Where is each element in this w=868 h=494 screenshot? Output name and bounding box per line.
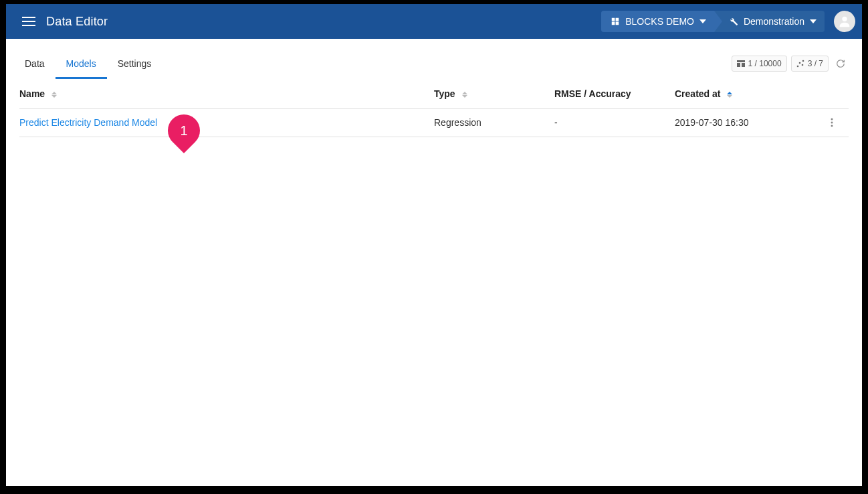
hamburger-icon <box>22 17 35 26</box>
model-type-cell: Regression <box>434 108 554 137</box>
tab-models-label: Models <box>66 58 96 69</box>
tab-data[interactable]: Data <box>19 48 56 79</box>
caret-down-icon <box>810 19 817 23</box>
refresh-button[interactable] <box>833 56 849 72</box>
breadcrumb-org[interactable]: BLOCKS DEMO <box>601 11 714 32</box>
app-window: Data Editor BLOCKS DEMO Demonstration Da… <box>6 4 862 486</box>
svg-point-1 <box>796 66 798 68</box>
wrench-icon <box>729 17 738 26</box>
models-table: Name Type RMSE / Accuracy Created at <box>19 79 849 137</box>
breadcrumb-org-label: BLOCKS DEMO <box>625 16 694 27</box>
model-created-cell: 2019-07-30 16:30 <box>675 108 822 137</box>
col-header-created[interactable]: Created at <box>675 79 822 108</box>
user-icon <box>837 14 852 29</box>
col-header-rmse: RMSE / Accuracy <box>554 79 675 108</box>
status-chips: 1 / 10000 3 / 7 <box>732 48 849 79</box>
svg-point-2 <box>798 62 800 64</box>
annotation-number: 1 <box>180 123 187 139</box>
breadcrumb: BLOCKS DEMO Demonstration <box>601 11 825 32</box>
col-header-created-label: Created at <box>675 88 720 99</box>
table-icon <box>737 60 745 67</box>
sort-icon <box>51 92 57 98</box>
rows-chip-label: 1 / 10000 <box>748 59 782 68</box>
tab-settings[interactable]: Settings <box>107 48 162 79</box>
models-chip-label: 3 / 7 <box>808 59 823 68</box>
org-icon <box>611 17 620 26</box>
rows-chip[interactable]: 1 / 10000 <box>732 56 787 72</box>
tab-data-label: Data <box>25 58 45 69</box>
caret-down-icon <box>699 19 706 23</box>
row-menu-button[interactable] <box>822 112 842 133</box>
col-header-type[interactable]: Type <box>434 79 554 108</box>
svg-point-0 <box>842 17 847 21</box>
col-header-name-label: Name <box>19 88 45 99</box>
models-chip[interactable]: 3 / 7 <box>791 56 829 72</box>
col-header-type-label: Type <box>434 88 455 99</box>
tab-bar: Data Models Settings 1 / 10000 3 / 7 <box>6 39 862 79</box>
table-header-row: Name Type RMSE / Accuracy Created at <box>19 79 849 108</box>
app-title: Data Editor <box>46 15 108 29</box>
svg-point-5 <box>831 118 833 120</box>
col-header-name[interactable]: Name <box>19 79 434 108</box>
app-header: Data Editor BLOCKS DEMO Demonstration <box>6 4 862 39</box>
tab-models[interactable]: Models <box>56 48 107 79</box>
svg-point-4 <box>802 60 804 62</box>
model-rmse-cell: - <box>554 108 675 137</box>
models-table-wrap: Name Type RMSE / Accuracy Created at <box>6 79 862 137</box>
tab-settings-label: Settings <box>118 58 152 69</box>
model-name-link[interactable]: Predict Electricity Demand Model <box>19 117 157 128</box>
table-row: Predict Electricity Demand Model Regress… <box>19 108 849 137</box>
breadcrumb-project[interactable]: Demonstration <box>714 11 825 32</box>
svg-point-3 <box>801 64 803 66</box>
user-avatar[interactable] <box>834 11 855 32</box>
more-vertical-icon <box>831 118 833 127</box>
col-header-actions <box>822 79 849 108</box>
sort-icon <box>462 92 467 98</box>
refresh-icon <box>836 59 845 68</box>
col-header-rmse-label: RMSE / Accuracy <box>554 88 631 99</box>
scatter-icon <box>796 60 804 68</box>
sort-icon <box>727 92 732 98</box>
svg-point-7 <box>831 125 833 127</box>
breadcrumb-project-label: Demonstration <box>744 16 804 27</box>
svg-point-6 <box>831 122 833 124</box>
menu-button[interactable] <box>18 11 39 32</box>
